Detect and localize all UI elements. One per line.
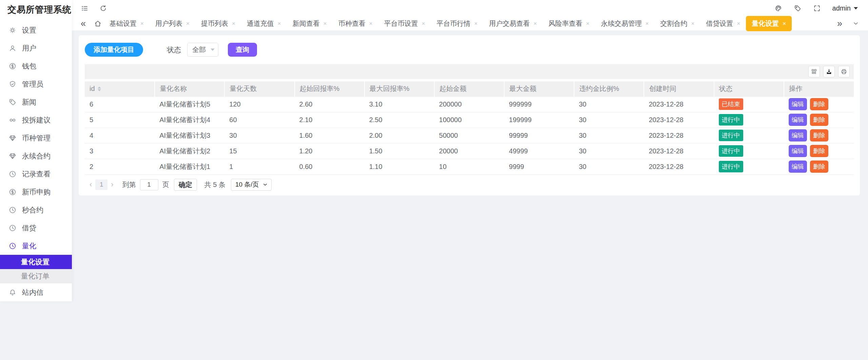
sidebar-item[interactable]: 永续合约	[0, 147, 72, 165]
cell-status: 进行中	[714, 143, 784, 159]
close-icon[interactable]: ×	[422, 21, 425, 26]
tab[interactable]: 新闻查看×	[287, 16, 333, 31]
prev-page-icon[interactable]: ‹	[86, 180, 95, 189]
tab[interactable]: 用户交易查看×	[484, 16, 543, 31]
tab[interactable]: 提币列表×	[195, 16, 241, 31]
cell-start_rate: 1.60	[295, 128, 364, 143]
cell-created_at: 2023-12-28	[644, 96, 714, 112]
close-icon[interactable]: ×	[474, 21, 478, 26]
sidebar-item[interactable]: 新闻	[0, 93, 72, 111]
user-dropdown[interactable]: admin	[832, 4, 858, 12]
sidebar-item[interactable]: 设置	[0, 21, 72, 39]
status-badge: 进行中	[719, 130, 743, 141]
tab[interactable]: 币种查看×	[333, 16, 378, 31]
sidebar-item[interactable]: 管理员	[0, 75, 72, 93]
close-icon[interactable]: ×	[534, 21, 537, 26]
page-size-select[interactable]: 10 条/页	[231, 179, 272, 191]
tab[interactable]: 借贷设置×	[700, 16, 746, 31]
close-icon[interactable]: ×	[645, 21, 649, 26]
column-header: 起始回报率%	[295, 81, 364, 96]
close-icon[interactable]: ×	[140, 21, 144, 26]
close-icon[interactable]: ×	[186, 21, 190, 26]
tab[interactable]: 量化设置×	[746, 16, 792, 31]
export-button[interactable]	[823, 66, 835, 77]
edit-button[interactable]: 编辑	[789, 129, 807, 141]
close-icon[interactable]: ×	[323, 21, 327, 26]
query-button[interactable]: 查询	[228, 43, 257, 57]
sidebar-item[interactable]: 记录查看	[0, 165, 72, 183]
cell-start_amount: 50000	[434, 128, 504, 143]
tab[interactable]: 用户列表×	[150, 16, 195, 31]
sidebar-item[interactable]: 站内信	[0, 283, 72, 301]
goto-page-input[interactable]	[140, 179, 158, 190]
cell-days: 30	[224, 128, 294, 143]
cell-start_rate: 2.60	[295, 96, 364, 112]
tab[interactable]: 基础设置×	[104, 16, 150, 31]
tab[interactable]: 平台币设置×	[378, 16, 431, 31]
sidebar-item[interactable]: 新币申购	[0, 183, 72, 201]
edit-button[interactable]: 编辑	[789, 98, 807, 110]
close-icon[interactable]: ×	[783, 21, 786, 26]
cell-max_amount: 999999	[504, 96, 574, 112]
close-icon[interactable]: ×	[232, 21, 235, 26]
close-icon[interactable]: ×	[278, 21, 281, 26]
infinity-icon	[8, 116, 17, 124]
tab-label: 平台币行情	[437, 19, 471, 28]
sidebar-subitem[interactable]: 量化设置	[0, 255, 72, 269]
sidebar-item-label: 钱包	[22, 61, 36, 71]
delete-button[interactable]: 删除	[810, 114, 828, 126]
add-quant-project-button[interactable]: 添加量化项目	[85, 43, 143, 57]
cell-name: AI量化储蓄计划1	[155, 159, 224, 174]
tab[interactable]: 平台币行情×	[431, 16, 484, 31]
delete-button[interactable]: 删除	[810, 129, 828, 141]
edit-button[interactable]: 编辑	[789, 114, 807, 126]
status-badge: 进行中	[719, 145, 743, 157]
cell-actions: 编辑删除	[784, 143, 854, 159]
next-page-icon[interactable]: ›	[107, 180, 117, 189]
table-row: 5AI量化储蓄计划4602.102.50100000199999302023-1…	[85, 112, 854, 128]
tabs-menu-chevron-icon[interactable]	[852, 20, 859, 27]
delete-button[interactable]: 删除	[810, 145, 828, 157]
table-toolbar	[85, 64, 854, 79]
home-icon[interactable]	[94, 20, 102, 27]
sidebar-subitem[interactable]: 量化订单	[0, 269, 72, 283]
tab[interactable]: 通道充值×	[241, 16, 287, 31]
fullscreen-icon[interactable]	[813, 4, 821, 12]
delete-button[interactable]: 删除	[810, 160, 828, 173]
close-icon[interactable]: ×	[586, 21, 589, 26]
close-icon[interactable]: ×	[737, 21, 740, 26]
close-icon[interactable]: ×	[369, 21, 373, 26]
close-icon[interactable]: ×	[691, 21, 694, 26]
collapse-menu-icon[interactable]	[81, 4, 88, 12]
status-select[interactable]: 全部	[187, 43, 218, 57]
column-settings-button[interactable]	[808, 66, 820, 77]
cell-id: 3	[85, 143, 155, 159]
sidebar-item[interactable]: 秒合约	[0, 201, 72, 219]
tabs-scroll-right-icon[interactable]: »	[837, 19, 842, 28]
sidebar-item[interactable]: 投拆建议	[0, 111, 72, 129]
print-button[interactable]	[838, 66, 850, 77]
tag-icon[interactable]	[794, 4, 802, 12]
tab[interactable]: 永续交易管理×	[595, 16, 654, 31]
page-number[interactable]: 1	[95, 179, 107, 190]
goto-confirm-button[interactable]: 确定	[174, 179, 197, 191]
sidebar-item[interactable]: 币种管理	[0, 129, 72, 147]
column-header: 最大金额	[504, 81, 574, 96]
tabs-scroll-left-icon[interactable]: «	[81, 19, 86, 28]
sidebar-item[interactable]: 钱包	[0, 57, 72, 75]
edit-button[interactable]: 编辑	[789, 145, 807, 157]
sidebar-item[interactable]: 量化	[0, 237, 72, 255]
refresh-icon[interactable]	[99, 4, 107, 12]
edit-button[interactable]: 编辑	[789, 160, 807, 173]
sidebar-item[interactable]: 借贷	[0, 219, 72, 237]
status-badge: 已结束	[719, 98, 743, 110]
theme-palette-icon[interactable]	[774, 4, 782, 12]
sort-toggle-icon[interactable]	[98, 87, 101, 91]
tab[interactable]: 交割合约×	[654, 16, 700, 31]
status-badge: 进行中	[719, 161, 743, 172]
sidebar-item-label: 新闻	[22, 97, 36, 107]
delete-button[interactable]: 删除	[810, 98, 828, 110]
sidebar-item[interactable]: 用户	[0, 39, 72, 57]
tab[interactable]: 风险率查看×	[542, 16, 595, 31]
history-icon	[8, 242, 17, 250]
